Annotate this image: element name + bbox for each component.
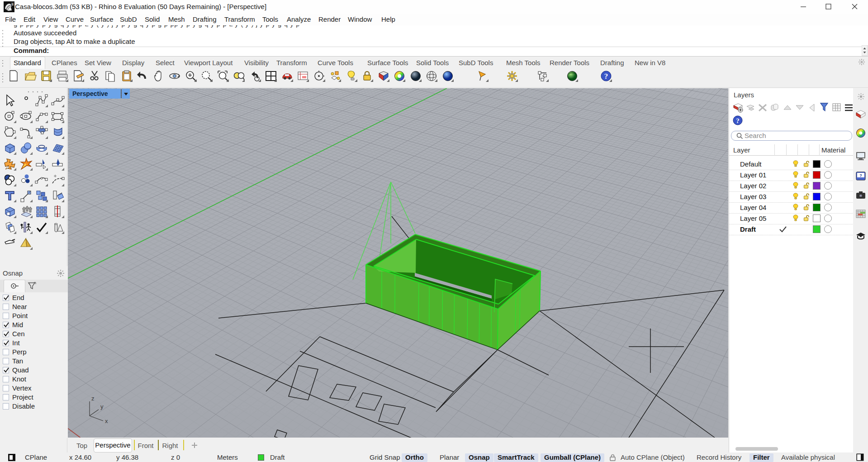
svg-text:z: z (91, 395, 95, 402)
svg-text:Perspective: Perspective (72, 90, 108, 97)
svg-text:8: 8 (11, 2, 14, 6)
svg-text:?: ? (604, 72, 608, 81)
svg-text:?: ? (736, 117, 740, 124)
svg-text:x: x (105, 418, 108, 424)
svg-text:y: y (100, 403, 104, 410)
svg-text:?: ? (859, 173, 862, 178)
